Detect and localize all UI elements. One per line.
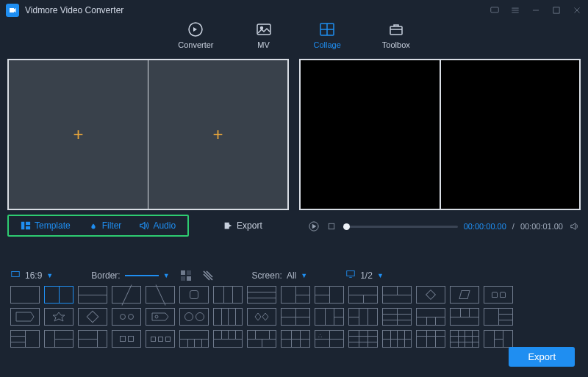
template-thumb[interactable] — [315, 308, 344, 326]
maximize-icon[interactable] — [551, 5, 562, 15]
template-thumb[interactable] — [348, 286, 378, 304]
border-color-picker[interactable] — [180, 270, 192, 281]
template-thumb[interactable] — [179, 330, 209, 348]
nav-toolbox[interactable]: Toolbox — [382, 21, 410, 49]
template-thumb[interactable] — [112, 308, 141, 326]
template-thumb[interactable] — [10, 286, 40, 304]
template-thumb[interactable] — [416, 308, 445, 326]
template-thumb[interactable] — [44, 330, 74, 348]
page-select[interactable]: 1/2 ▼ — [345, 269, 384, 281]
template-thumb[interactable] — [10, 308, 40, 326]
template-thumb[interactable] — [450, 286, 479, 304]
aspect-ratio-select[interactable]: 16:9 ▼ — [10, 269, 53, 281]
stop-button[interactable] — [326, 220, 337, 232]
svg-rect-11 — [329, 223, 334, 229]
template-thumb[interactable] — [416, 330, 445, 348]
close-icon[interactable] — [572, 5, 582, 15]
template-thumb[interactable] — [112, 330, 141, 348]
add-media-slot[interactable]: + — [8, 60, 148, 209]
menu-icon[interactable] — [510, 5, 520, 15]
template-thumb[interactable] — [382, 308, 412, 326]
feedback-icon[interactable] — [490, 5, 500, 15]
template-thumb[interactable] — [281, 330, 310, 348]
svg-rect-13 — [181, 270, 185, 275]
chevron-down-icon: ▼ — [377, 272, 384, 279]
seek-thumb[interactable] — [343, 223, 350, 230]
template-thumb[interactable] — [281, 308, 310, 326]
template-thumb[interactable] — [44, 308, 74, 326]
template-thumb[interactable] — [281, 286, 310, 304]
app-logo-icon — [6, 4, 19, 17]
add-media-slot[interactable]: + — [148, 60, 288, 209]
template-thumb[interactable] — [10, 330, 40, 348]
minimize-icon[interactable] — [531, 5, 541, 15]
template-thumb[interactable] — [382, 330, 412, 348]
tab-template[interactable]: Template — [12, 218, 79, 234]
play-button[interactable] — [308, 220, 320, 232]
title-bar: Vidmore Video Converter — [0, 0, 588, 21]
time-total: 00:00:01.00 — [520, 222, 563, 231]
nav-collage[interactable]: Collage — [314, 21, 341, 49]
svg-rect-15 — [181, 276, 185, 281]
template-thumb[interactable] — [78, 330, 107, 348]
nav-converter[interactable]: Converter — [178, 21, 213, 49]
workspace: + + — [0, 59, 588, 210]
seek-slider[interactable] — [343, 226, 458, 228]
template-thumb[interactable] — [484, 308, 513, 326]
svg-rect-12 — [12, 272, 20, 277]
template-thumb[interactable] — [348, 330, 378, 348]
template-thumb[interactable] — [247, 286, 276, 304]
svg-point-18 — [155, 315, 158, 318]
tab-filter[interactable]: Filter — [79, 218, 131, 234]
plus-icon: + — [73, 124, 83, 145]
template-thumb[interactable] — [213, 308, 243, 326]
template-thumb[interactable] — [78, 286, 107, 304]
nav-label: Converter — [178, 40, 213, 49]
tab-label: Template — [35, 220, 71, 231]
svg-rect-17 — [347, 271, 355, 276]
filter-icon — [88, 220, 98, 231]
template-thumb[interactable] — [416, 286, 445, 304]
collage-edit-pane: + + — [7, 59, 289, 210]
template-thumb[interactable] — [213, 330, 243, 348]
template-thumb[interactable] — [450, 330, 479, 348]
template-thumb[interactable] — [382, 286, 412, 304]
template-thumb[interactable] — [146, 308, 175, 326]
template-thumb[interactable] — [146, 330, 175, 348]
audio-icon — [139, 220, 149, 231]
template-thumb[interactable]: ∴ — [315, 330, 344, 348]
tab-label: Audio — [153, 220, 176, 231]
preview-pane — [299, 59, 581, 210]
template-thumb[interactable] — [112, 286, 141, 304]
template-grid: ∴ — [0, 281, 588, 348]
template-thumb[interactable] — [179, 286, 209, 304]
template-thumb[interactable] — [44, 286, 74, 304]
screen-select[interactable]: Screen: All ▼ — [252, 270, 308, 281]
template-thumb[interactable] — [247, 308, 276, 326]
border-select[interactable]: Border: ▼ — [91, 270, 169, 281]
svg-rect-8 — [26, 222, 30, 225]
tab-label: Export — [237, 220, 262, 231]
template-thumb[interactable] — [450, 308, 479, 326]
border-style-toggle[interactable] — [202, 270, 214, 281]
template-thumb[interactable] — [348, 308, 378, 326]
plus-icon: + — [212, 124, 223, 145]
preview-slot — [440, 60, 581, 209]
export-button[interactable]: Export — [509, 347, 575, 367]
chevron-down-icon: ▼ — [46, 272, 53, 279]
converter-icon — [187, 21, 204, 38]
tab-audio[interactable]: Audio — [130, 218, 184, 234]
template-thumb[interactable] — [484, 286, 513, 304]
export-icon — [223, 220, 233, 231]
template-thumb[interactable] — [213, 286, 243, 304]
nav-mv[interactable]: MV — [255, 21, 273, 49]
template-thumb[interactable] — [78, 308, 107, 326]
template-thumb[interactable] — [484, 330, 513, 348]
tab-export[interactable]: Export — [214, 218, 271, 234]
template-thumb[interactable] — [179, 308, 209, 326]
template-thumb[interactable] — [247, 330, 276, 348]
svg-rect-6 — [390, 26, 402, 35]
template-thumb[interactable] — [146, 286, 175, 304]
volume-icon[interactable] — [569, 220, 581, 232]
template-thumb[interactable] — [315, 286, 344, 304]
